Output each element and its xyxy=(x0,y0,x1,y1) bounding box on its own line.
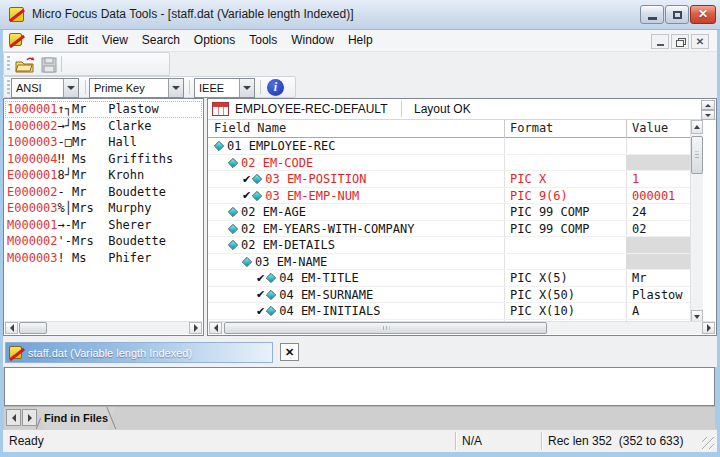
file-logo-icon xyxy=(9,346,22,359)
minimize-button[interactable] xyxy=(640,5,664,24)
thumb-grip xyxy=(382,326,389,330)
record-row[interactable]: M000001→-Mr Sherer xyxy=(5,217,202,234)
scroll-left-button[interactable] xyxy=(209,322,222,334)
record-text: →-Mr Sherer xyxy=(58,218,152,232)
record-row[interactable]: 1000001↑┐Mr Plastow xyxy=(5,101,202,118)
menu-item-help[interactable]: Help xyxy=(341,30,380,52)
window-title: Micro Focus Data Tools - [staff.dat (Var… xyxy=(32,0,354,30)
table-hscrollbar[interactable] xyxy=(209,321,715,334)
field-row[interactable]: 03 EM-NAME xyxy=(208,254,691,271)
maximize-button[interactable] xyxy=(665,5,689,24)
record-key: E000002 xyxy=(7,185,58,199)
tab-scroll-right-button[interactable] xyxy=(22,409,37,426)
mdi-minimize-button[interactable] xyxy=(651,34,669,49)
table-vscrollbar[interactable] xyxy=(690,120,703,324)
vscroll-thumb[interactable] xyxy=(691,136,703,174)
combo-dropdown-button[interactable] xyxy=(239,79,254,97)
record-row[interactable]: E000002- Mr Boudette xyxy=(5,184,202,201)
field-row[interactable]: 02 EM-YEARS-WITH-COMPANYPIC 99 COMP02 xyxy=(208,221,691,238)
field-value-text: 000001 xyxy=(626,189,675,203)
record-row[interactable]: 1000003-□Mr Hall xyxy=(5,134,202,151)
record-row[interactable]: M000002'-Mrs Boudette xyxy=(5,233,202,250)
field-row[interactable]: 02 EM-CODE xyxy=(208,155,691,172)
mdi-close-button[interactable]: ✕ xyxy=(691,34,709,49)
field-name-cell: ✔03 EM-EMP-NUM xyxy=(242,188,359,205)
data-item-icon xyxy=(228,158,238,168)
field-row[interactable]: ✔03 EM-POSITIONPIC X1 xyxy=(208,171,691,188)
layout-header: EMPLOYEE-REC-DEFAULT Layout OK xyxy=(208,99,716,120)
combo-value: ANSI xyxy=(16,79,42,97)
field-row[interactable]: 01 EMPLOYEE-REC xyxy=(208,138,691,155)
file-close-button[interactable]: ✕ xyxy=(280,343,299,361)
menu-item-options[interactable]: Options xyxy=(187,30,242,52)
record-list-pane: 1000001↑┐Mr Plastow1000002→┘Ms Clarke100… xyxy=(3,98,204,336)
menu-item-tools[interactable]: Tools xyxy=(242,30,284,52)
combo-key[interactable]: Prime Key xyxy=(89,78,184,98)
field-name-cell: ✔04 EM-TITLE xyxy=(256,270,359,287)
hscroll-thumb[interactable] xyxy=(224,322,547,334)
field-name-cell: 03 EM-NAME xyxy=(242,254,327,271)
field-row[interactable]: ✔04 EM-TITLEPIC X(5)Mr xyxy=(208,270,691,287)
scroll-right-button[interactable] xyxy=(189,322,202,334)
menu-item-view[interactable]: View xyxy=(95,30,135,52)
header-divider xyxy=(401,101,402,117)
combo-charset[interactable]: ANSI xyxy=(11,78,79,98)
field-row[interactable]: ✔04 EM-INITIALSPIC X(10)A xyxy=(208,303,691,320)
field-row[interactable]: 02 EM-AGEPIC 99 COMP24 xyxy=(208,204,691,221)
record-row[interactable]: 1000002→┘Ms Clarke xyxy=(5,118,202,135)
scroll-right-button[interactable] xyxy=(702,322,715,334)
field-format: PIC X(10) xyxy=(510,303,575,320)
tab-scroll-buttons xyxy=(6,409,37,426)
toolbar-grip[interactable] xyxy=(7,56,10,72)
field-format: PIC 99 COMP xyxy=(510,221,589,238)
record-row[interactable]: 1000004‼ Ms Griffiths xyxy=(5,151,202,168)
record-row[interactable]: E0000018┘Mr Krohn xyxy=(5,167,202,184)
menu-item-edit[interactable]: Edit xyxy=(60,30,95,52)
field-row[interactable]: ✔04 EM-SURNAMEPIC X(50)Plastow xyxy=(208,287,691,304)
layout-name[interactable]: EMPLOYEE-REC-DEFAULT xyxy=(235,99,387,119)
record-row[interactable]: E000003%│Mrs Murphy xyxy=(5,200,202,217)
record-key: M000002 xyxy=(7,234,58,248)
toolbar-file xyxy=(3,52,717,76)
scroll-left-button[interactable] xyxy=(5,322,18,334)
open-file-button[interactable] xyxy=(13,55,37,75)
field-row[interactable]: ✔03 EM-EMP-NUMPIC 9(6)000001 xyxy=(208,188,691,205)
field-label: 03 EM-POSITION xyxy=(265,172,366,186)
menu-item-file[interactable]: File xyxy=(27,30,60,52)
hscroll-thumb[interactable] xyxy=(19,322,47,334)
tab-find-in-files[interactable]: Find in Files xyxy=(36,407,116,429)
combo-float-format[interactable]: IEEE xyxy=(194,78,255,98)
resize-grip[interactable] xyxy=(702,437,714,449)
mdi-restore-button[interactable] xyxy=(671,34,689,49)
record-row[interactable]: M000003! Ms Phifer xyxy=(5,250,202,267)
column-value[interactable]: Value xyxy=(632,120,668,137)
save-file-button[interactable] xyxy=(37,55,61,75)
field-value-text: Plastow xyxy=(626,288,683,302)
scroll-up-button[interactable] xyxy=(691,120,703,134)
toolbar-file-band xyxy=(3,52,170,76)
menu-item-search[interactable]: Search xyxy=(135,30,187,52)
record-text: ‼ Ms Griffiths xyxy=(58,152,174,166)
info-button[interactable]: i xyxy=(267,79,284,96)
info-icon: i xyxy=(274,80,277,95)
close-button[interactable]: ✕ xyxy=(690,5,716,24)
arrow-right-icon xyxy=(28,414,32,422)
combo-dropdown-button[interactable] xyxy=(168,79,183,97)
spinner-up-button[interactable] xyxy=(701,100,715,110)
toolbar-grip[interactable] xyxy=(7,80,10,94)
field-row[interactable]: 02 EM-DETAILS xyxy=(208,237,691,254)
column-format[interactable]: Format xyxy=(510,120,553,137)
record-text: - Mr Boudette xyxy=(58,185,166,199)
data-item-icon xyxy=(266,290,276,300)
column-field-name[interactable]: Field Name xyxy=(214,120,286,137)
record-list-hscrollbar[interactable] xyxy=(5,321,202,334)
field-value-text xyxy=(626,255,632,269)
tab-scroll-left-button[interactable] xyxy=(6,409,21,426)
menu-item-window[interactable]: Window xyxy=(284,30,341,52)
find-results-panel[interactable] xyxy=(4,367,715,406)
combo-dropdown-button[interactable] xyxy=(63,79,78,97)
file-title-bar[interactable]: staff.dat (Variable length Indexed) xyxy=(5,342,273,363)
key-check-icon: ✔ xyxy=(242,173,251,186)
spinner-down-button[interactable] xyxy=(701,110,715,120)
status-ready: Ready xyxy=(9,430,44,452)
